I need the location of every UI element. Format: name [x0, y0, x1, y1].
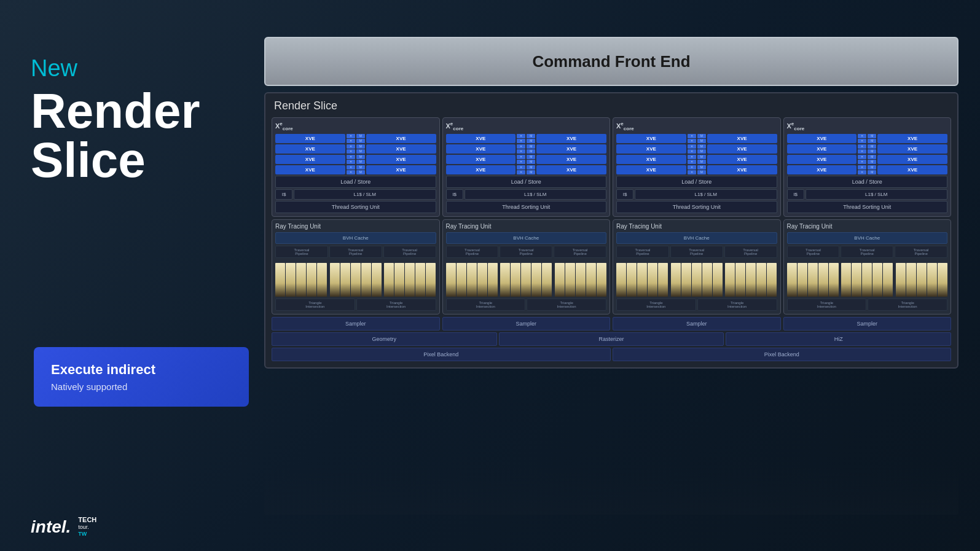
label-new: New [31, 55, 276, 82]
info-card-title: Execute indirect [51, 362, 232, 378]
xve-row-4: XVE ✕ ✕ M M XVE [275, 165, 436, 174]
sampler-1: Sampler [272, 317, 440, 330]
rt-block-3: Ray Tracing Unit BVH Cache TraversalPipe… [613, 219, 781, 315]
rt-block-2: Ray Tracing Unit BVH Cache TraversalPipe… [442, 219, 611, 315]
load-store-3: Load / Store [616, 176, 777, 188]
bvh-cache-2: BVH Cache [446, 232, 607, 244]
diagram-area: Command Front End Render Slice Xecore XV… [264, 37, 958, 369]
xve-row-1: XVE ✕ ✕ M M XVE [275, 134, 436, 143]
intel-text: intel. [31, 517, 71, 537]
sampler-2: Sampler [442, 317, 611, 330]
intel-logo: intel. TECH tour. TW [31, 516, 96, 537]
bottom-shared: Sampler Sampler Sampler Sampler Geometry… [272, 317, 951, 361]
xe-core-3: Xecore XVE ✕ ✕ M M XVE XVE [613, 117, 781, 217]
xe-cores-grid: Xecore XVE ✕ ✕ M M XVE XVE [272, 117, 951, 217]
tri-row-1: TriangleIntersection TriangleIntersectio… [275, 299, 436, 311]
title-render-slice: Render Slice [31, 87, 276, 185]
xe-core-2: Xecore XVE ✕ ✕ M M XVE XVE [442, 117, 611, 217]
geo-rast-hiz-row: Geometry Rasterizer HiZ [272, 332, 951, 346]
render-slice-container: Render Slice Xecore XVE ✕ ✕ M M [264, 92, 958, 369]
rt-block-4: Ray Tracing Unit BVH Cache TraversalPipe… [783, 219, 952, 315]
xve-cell-r: XVE [366, 134, 436, 143]
tech-tour-label: TECH tour. TW [78, 516, 96, 537]
xe-core-1-label: Xecore [275, 121, 436, 131]
xve-middle: ✕ ✕ [347, 134, 355, 143]
rt-block-1: Ray Tracing Unit BVH Cache TraversalPipe… [272, 219, 440, 315]
pixel-backend-row: Pixel Backend Pixel Backend [272, 348, 951, 361]
rasterizer-cell: Rasterizer [499, 332, 724, 346]
xve-cell: XVE [275, 134, 345, 143]
tsu-2: Thread Sorting Unit [446, 201, 607, 213]
xe-core-4: Xecore XVE ✕ ✕ M M XVE XVE [783, 117, 952, 217]
rt-label-3: Ray Tracing Unit [616, 223, 777, 230]
traversal-row-1: TraversalPipeline TraversalPipeline Trav… [275, 246, 436, 258]
info-card-subtitle: Natively supported [51, 381, 232, 392]
pipeline-bars-1 [275, 260, 436, 297]
cache-row-1: I$ L1$ / SLM [275, 189, 436, 200]
rt-grid: Ray Tracing Unit BVH Cache TraversalPipe… [272, 219, 951, 315]
load-store-1: Load / Store [275, 176, 436, 188]
xve-row-3: XVE ✕ ✕ M M XVE [275, 155, 436, 164]
sampler-row: Sampler Sampler Sampler Sampler [272, 317, 951, 330]
xve-middle-2: M M [356, 134, 365, 143]
tsu-4: Thread Sorting Unit [787, 201, 948, 213]
pixel-backend-2: Pixel Backend [613, 348, 952, 361]
xe-core-2-label: Xecore [446, 121, 607, 131]
bvh-cache-4: BVH Cache [787, 232, 948, 244]
rt-label-2: Ray Tracing Unit [446, 223, 607, 230]
i-cache-1: I$ [275, 189, 292, 200]
info-card: Execute indirect Natively supported [34, 347, 249, 407]
sampler-4: Sampler [783, 317, 952, 330]
rt-label-4: Ray Tracing Unit [787, 223, 948, 230]
command-front-end-label: Command Front End [532, 52, 690, 71]
load-store-2: Load / Store [446, 176, 607, 188]
rt-label-1: Ray Tracing Unit [275, 223, 436, 230]
tsu-3: Thread Sorting Unit [616, 201, 777, 213]
tsu-1: Thread Sorting Unit [275, 201, 436, 213]
bvh-cache-1: BVH Cache [275, 232, 436, 244]
geometry-cell: Geometry [272, 332, 497, 346]
xe-core-1: Xecore XVE ✕ ✕ M M XVE XVE [272, 117, 440, 217]
pixel-backend-1: Pixel Backend [272, 348, 611, 361]
render-slice-title: Render Slice [272, 100, 951, 112]
hiz-cell: HiZ [726, 332, 951, 346]
left-panel: New Render Slice [31, 55, 276, 185]
xve-row-2: XVE ✕ ✕ M M XVE [275, 144, 436, 154]
load-store-4: Load / Store [787, 176, 948, 188]
reflection [264, 466, 958, 515]
l1-slm-1: L1$ / SLM [294, 189, 436, 200]
command-front-end-box: Command Front End [264, 37, 958, 86]
bvh-cache-3: BVH Cache [616, 232, 777, 244]
sampler-3: Sampler [613, 317, 781, 330]
